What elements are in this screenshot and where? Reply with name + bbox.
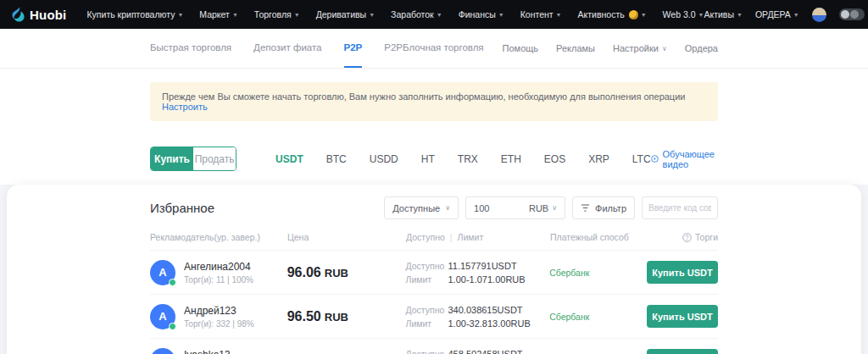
chevron-down-icon	[177, 12, 183, 18]
chevron-down-icon	[556, 12, 562, 18]
tab-p2p-block-trade[interactable]: P2PБлочная торговля	[384, 29, 483, 68]
nav-trade[interactable]: Торговля	[254, 9, 300, 19]
filters-bar: Доступные 100 RUB Фильтр	[384, 196, 718, 219]
balance-toggle[interactable]	[839, 8, 865, 20]
payment-method: Сбербанк	[549, 312, 589, 322]
nav-orders[interactable]: ОРДЕРА	[755, 9, 799, 19]
available-limit-cell: Доступно458.502458USDT Лимит100.00-44.33…	[405, 347, 549, 354]
link-ads[interactable]: Рекламы	[556, 43, 595, 53]
link-orders[interactable]: Ордера	[685, 43, 718, 53]
amount-currency-input[interactable]: 100 RUB	[465, 196, 565, 219]
offer-row: А Ангелина2004 Торг(и): 11 | 100% 96.06R…	[150, 250, 718, 294]
amount-value[interactable]: 100	[474, 203, 489, 213]
buy-usdt-button[interactable]: Купить USDT	[647, 261, 718, 284]
coin-tab-xrp[interactable]: XRP	[588, 153, 609, 165]
nav-buy-crypto[interactable]: Купить криптовалюту	[87, 9, 184, 19]
nav-finance[interactable]: Финансы	[459, 9, 504, 19]
trader-avatar[interactable]: А	[150, 304, 175, 329]
brand-name: Huobi	[30, 8, 67, 22]
availability-dropdown[interactable]: Доступные	[384, 196, 459, 219]
filter-button[interactable]: Фильтр	[572, 196, 635, 219]
chevron-down-icon	[445, 204, 450, 212]
trader-avatar[interactable]: А	[150, 260, 175, 285]
offers-card: Избранное Доступные 100 RUB Фильтр Рек	[7, 185, 861, 354]
buy-sell-toggle: Купить Продать	[150, 147, 236, 171]
offer-row: А Андрей123 Торг(и): 332 | 98% 96.50RUB …	[150, 294, 718, 338]
coin-tab-eos[interactable]: EOS	[544, 153, 565, 165]
currency-dropdown[interactable]: RUB	[529, 203, 557, 213]
nav-market[interactable]: Маркет	[199, 9, 238, 19]
price-cell: 96.06RUB	[287, 265, 406, 280]
table-header-row: Рекламодатель(ур. завер.) Цена Доступно|…	[150, 232, 718, 250]
header-available-limit: Доступно|Лимит	[406, 232, 550, 242]
p2p-subnav-tabs: Быстрая торговля Депозит фиата P2P P2PБл…	[150, 29, 484, 68]
huobi-flame-icon	[12, 7, 25, 22]
main-menu: Купить криптовалюту Маркет Торговля Дери…	[87, 9, 704, 19]
buy-usdt-button[interactable]: Купить USDT	[647, 305, 718, 328]
chevron-down-icon	[232, 12, 238, 18]
activity-badge-icon	[629, 10, 638, 19]
available-limit-cell: Доступно11.157791USDT Лимит1.00-1.071.00…	[405, 259, 549, 286]
nav-assets[interactable]: Активы	[704, 9, 742, 19]
trader-name[interactable]: Ivashka13	[184, 349, 254, 354]
tab-fiat-deposit[interactable]: Депозит фиата	[253, 29, 321, 68]
trader-avatar[interactable]: I	[150, 348, 175, 354]
online-status-icon	[169, 279, 176, 286]
banner-configure-link[interactable]: Настроить	[162, 102, 208, 112]
user-avatar[interactable]	[812, 8, 826, 22]
nav-derivatives[interactable]: Деривативы	[316, 9, 375, 19]
chevron-down-icon	[737, 12, 743, 18]
coin-tab-eth[interactable]: ETH	[501, 153, 521, 165]
link-settings[interactable]: Настройки	[613, 43, 667, 53]
nav-activity[interactable]: Активность	[578, 9, 647, 19]
header-advertiser: Рекламодатель(ур. завер.)	[150, 232, 287, 242]
tab-fast-trade[interactable]: Быстрая торговля	[150, 29, 231, 68]
p2p-subnav-links: Помощь Рекламы Настройки Ордера	[503, 43, 718, 53]
huobi-p2p-page: Huobi Купить криптовалюту Маркет Торговл…	[0, 0, 868, 354]
nav-web3[interactable]: Web 3.0	[663, 9, 704, 19]
share-code-input[interactable]	[642, 196, 718, 219]
header-price: Цена	[287, 232, 406, 242]
coin-tab-usdd[interactable]: USDD	[370, 153, 398, 165]
coin-tab-usdt[interactable]: USDT	[275, 153, 303, 165]
section-title: Избранное	[150, 201, 214, 215]
p2p-subnav: Быстрая торговля Депозит фиата P2P P2PБл…	[0, 29, 868, 69]
navbar-right: Активы ОРДЕРА	[704, 8, 868, 22]
buy-usdt-button[interactable]: Купить USDT	[647, 349, 718, 354]
payment-method: Сбербанк	[549, 268, 589, 278]
trader-stats: Торг(и): 332 | 98%	[184, 319, 254, 329]
coin-tab-ltc[interactable]: LTC	[632, 153, 651, 165]
filter-funnel-icon	[581, 203, 590, 213]
link-help[interactable]: Помощь	[503, 43, 539, 53]
tutorial-video-link[interactable]: Обучающее видео	[651, 149, 718, 169]
available-limit-cell: Доступно340.038615USDT Лимит1.00-32.813.…	[405, 303, 549, 330]
huobi-logo[interactable]: Huobi	[12, 7, 67, 22]
chevron-down-icon	[294, 12, 300, 18]
coin-tab-btc[interactable]: BTC	[326, 153, 347, 165]
buy-toggle-button[interactable]: Купить	[151, 147, 193, 170]
tab-p2p[interactable]: P2P	[344, 29, 363, 68]
trader-name[interactable]: Ангелина2004	[184, 261, 253, 273]
chevron-down-icon	[498, 12, 504, 18]
payment-methods-cell: Сбербанк	[549, 268, 647, 278]
kyc-warning-banner: Прежде чем Вы сможете начать торговлю, В…	[150, 82, 718, 121]
coin-tab-ht[interactable]: HT	[421, 153, 435, 165]
header-trade: Торги	[648, 232, 718, 242]
chevron-down-icon	[369, 12, 375, 18]
nav-earn[interactable]: Заработок	[391, 9, 442, 19]
chevron-down-icon	[793, 12, 799, 18]
nav-content[interactable]: Контент	[520, 9, 562, 19]
trader-name[interactable]: Андрей123	[184, 305, 254, 317]
chevron-down-icon	[641, 12, 647, 18]
info-circle-icon	[682, 233, 692, 242]
chevron-down-icon	[552, 204, 557, 212]
coin-tabs: USDT BTC USDD HT TRX ETH EOS XRP LTC	[275, 153, 651, 165]
trader-stats: Торг(и): 11 | 100%	[184, 275, 253, 285]
favorites-header-row: Избранное Доступные 100 RUB Фильтр	[150, 196, 718, 219]
online-status-icon	[169, 323, 176, 330]
upper-content: Быстрая торговля Депозит фиата P2P P2PБл…	[0, 29, 868, 185]
chevron-down-icon	[662, 45, 667, 53]
coin-tab-trx[interactable]: TRX	[458, 153, 478, 165]
sell-toggle-button[interactable]: Продать	[193, 147, 236, 170]
play-circle-icon	[651, 153, 659, 164]
